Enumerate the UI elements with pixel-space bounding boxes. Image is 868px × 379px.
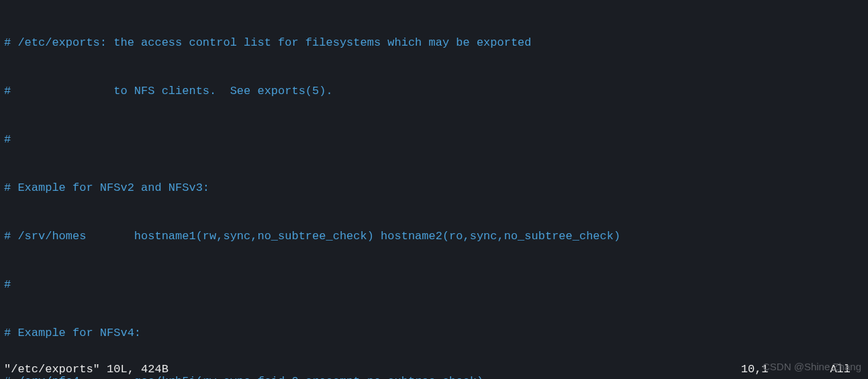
file-line-6: #: [4, 277, 864, 293]
file-line-2: # to NFS clients. See exports(5).: [4, 83, 864, 99]
file-line-7: # Example for NFSv4:: [4, 325, 864, 341]
editor-viewport[interactable]: # /etc/exports: the access control list …: [0, 0, 868, 379]
file-line-5: # /srv/homes hostname1(rw,sync,no_subtre…: [4, 228, 864, 245]
watermark-text: CSDN @Shine.Zhang: [763, 359, 861, 375]
status-bar: "/etc/exports" 10L, 424B 10,1 All: [4, 362, 864, 378]
file-line-1: # /etc/exports: the access control list …: [4, 35, 864, 51]
file-line-4: # Example for NFSv2 and NFSv3:: [4, 180, 864, 196]
file-line-3: #: [4, 132, 864, 148]
file-info: "/etc/exports" 10L, 424B: [4, 362, 168, 378]
